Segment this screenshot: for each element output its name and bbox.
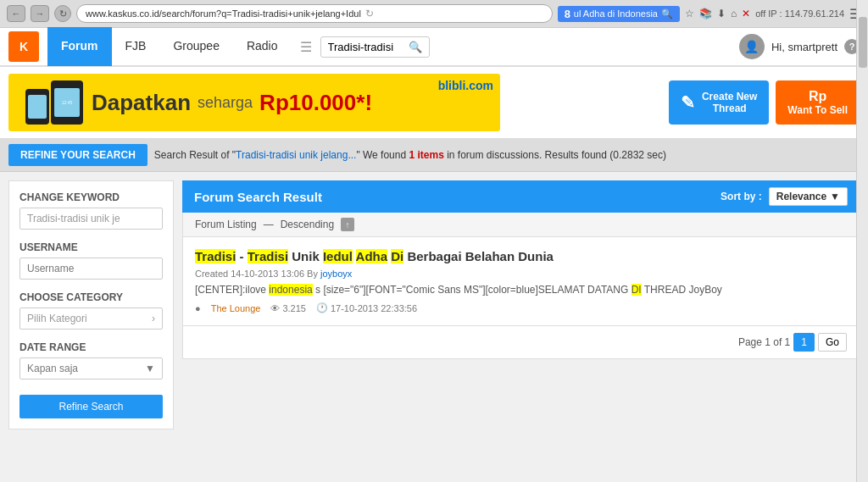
- result-title: Tradisi - Tradisi Unik Iedul Adha Di Ber…: [195, 249, 847, 263]
- views-count: 3.215: [282, 303, 306, 313]
- create-thread-label: Create New Thread: [702, 91, 757, 114]
- browser-search-icon[interactable]: 🔍: [661, 8, 673, 19]
- search-strip: REFINE YOUR SEARCH Search Result of "Tra…: [0, 139, 868, 172]
- nav-tab-fjb[interactable]: FJB: [112, 27, 160, 66]
- result-date: 17-10-2013 22:33:56: [331, 303, 417, 313]
- want-to-sell-button[interactable]: Rp Want To Sell: [776, 80, 860, 125]
- username-section: USERNAME: [19, 241, 163, 280]
- nav-list-icon[interactable]: ☰: [300, 39, 312, 55]
- results-title: Forum Search Result: [194, 190, 322, 204]
- blibli-logo: blibli.com: [438, 79, 493, 92]
- tag-category[interactable]: The Lounge: [211, 303, 261, 313]
- sort-chevron-icon: ▼: [830, 191, 840, 202]
- search-info-prefix: Search Result of ": [154, 149, 236, 161]
- banner-content: 12:45 Dapatkan seharga Rp10.000*! blibli…: [8, 74, 500, 131]
- scrollbar[interactable]: [856, 0, 868, 438]
- close-icon[interactable]: ✕: [742, 8, 750, 19]
- search-term: Tradisi-tradisi unik jelang...: [236, 149, 356, 161]
- refine-button[interactable]: REFINE YOUR SEARCH: [8, 144, 147, 166]
- nav-tab-radio[interactable]: Radio: [233, 27, 292, 66]
- page-1-button[interactable]: 1: [793, 333, 815, 352]
- sort-label: Sort by :: [721, 191, 762, 202]
- scrollbar-thumb[interactable]: [859, 17, 867, 68]
- category-select[interactable]: Pilih Kategori ›: [19, 307, 163, 330]
- title-di: Di: [391, 249, 403, 263]
- phone-screen-small: [28, 95, 47, 118]
- result-meta: Created 14-10-2013 13:06 By joyboyx: [195, 269, 847, 279]
- search-info-suffix: in forum discussions. Results found (0.2…: [447, 149, 666, 161]
- found-count: 1 items: [409, 149, 443, 161]
- title-adha: Adha: [356, 249, 388, 263]
- refine-search-button[interactable]: Refine Search: [19, 395, 163, 418]
- title-tradisi2: Tradisi: [248, 249, 288, 263]
- back-button[interactable]: ←: [7, 5, 25, 22]
- content-area: CHANGE KEYWORD USERNAME CHOOSE CATEGORY …: [0, 172, 868, 438]
- keyword-label: CHANGE KEYWORD: [19, 191, 163, 203]
- nav-search-input[interactable]: [328, 41, 404, 53]
- browser-chrome: ← → ↻ www.kaskus.co.id/search/forum?q=Tr…: [0, 0, 868, 28]
- nav-tab-groupee[interactable]: Groupee: [159, 27, 232, 66]
- results-header: Forum Search Result Sort by : Relevance …: [182, 180, 860, 213]
- star-icon[interactable]: ☆: [685, 8, 694, 19]
- phone-big: 12:45: [51, 80, 83, 125]
- nav-search-icon[interactable]: 🔍: [409, 41, 422, 53]
- date-select[interactable]: Kapan saja ▼: [19, 357, 163, 380]
- sort-value: Relevance: [776, 191, 826, 202]
- title-iedul: Iedul: [323, 249, 353, 263]
- results-area: Forum Search Result Sort by : Relevance …: [182, 180, 860, 429]
- sidebar: CHANGE KEYWORD USERNAME CHOOSE CATEGORY …: [8, 180, 174, 429]
- nav-right: 👤 Hi, smartprett ?: [739, 34, 860, 59]
- date-label: DATE RANGE: [19, 341, 163, 353]
- home-icon[interactable]: ⌂: [731, 8, 737, 19]
- book-icon[interactable]: 📚: [699, 8, 712, 19]
- result-tags: ● The Lounge 👁 3.215 🕐 17-10-2013 22:33:…: [195, 302, 847, 313]
- tag-bullet: ●: [195, 303, 201, 313]
- chevron-right-icon: ›: [152, 313, 155, 324]
- title-part-1[interactable]: Tradisi - Tradisi Unik Iedul Adha Di Ber…: [195, 249, 554, 263]
- status-info: off IP : 114.79.61.214: [755, 8, 844, 19]
- sort-area: Sort by : Relevance ▼: [721, 187, 848, 206]
- keyword-input[interactable]: [19, 208, 163, 230]
- snippet-highlight-indonesia: indonesia: [269, 284, 312, 296]
- listing-label: Forum Listing: [195, 219, 257, 230]
- browser-icons: ☆ 📚 ⬇ ⌂ ✕ off IP : 114.79.61.214 ☰: [685, 6, 861, 22]
- title-tradisi1: Tradisi: [195, 249, 236, 263]
- nav-bar: K Forum FJB Groupee Radio ☰ 🔍 👤 Hi, smar…: [0, 28, 868, 67]
- category-value: Pilih Kategori: [27, 313, 87, 324]
- banner-seharga: seharga: [198, 94, 253, 112]
- listing-dash: —: [264, 219, 274, 230]
- sort-order-icon[interactable]: ↑: [341, 218, 354, 231]
- forward-button[interactable]: →: [31, 5, 49, 22]
- chevron-down-icon: ▼: [145, 363, 155, 374]
- reload-icon[interactable]: ↻: [365, 8, 374, 19]
- user-greeting: Hi, smartprett: [771, 41, 837, 53]
- address-text: www.kaskus.co.id/search/forum?q=Tradisi-…: [86, 8, 361, 19]
- want-to-sell-label: Want To Sell: [787, 104, 848, 116]
- kaskus-logo[interactable]: K: [8, 31, 39, 62]
- phone-screen-big: 12:45: [54, 88, 80, 117]
- banner-price: Rp10.000*!: [259, 90, 372, 116]
- search-info: Search Result of "Tradisi-tradisi unik j…: [154, 149, 666, 161]
- keyword-section: CHANGE KEYWORD: [19, 191, 163, 230]
- category-section: CHOOSE CATEGORY Pilih Kategori ›: [19, 291, 163, 330]
- eye-icon: 👁: [270, 303, 280, 313]
- nav-search[interactable]: 🔍: [320, 36, 430, 58]
- reload-button[interactable]: ↻: [54, 5, 71, 22]
- tag-date: 🕐 17-10-2013 22:33:56: [316, 302, 417, 313]
- listing-order: Descending: [281, 219, 334, 230]
- download-icon[interactable]: ⬇: [717, 8, 726, 19]
- banner-area: 12:45 Dapatkan seharga Rp10.000*! blibli…: [0, 67, 868, 139]
- google-account[interactable]: 8 ul Adha di Indonesia 🔍: [558, 6, 680, 22]
- go-button[interactable]: Go: [818, 333, 847, 352]
- address-bar[interactable]: www.kaskus.co.id/search/forum?q=Tradisi-…: [76, 4, 553, 23]
- result-by: By: [307, 269, 320, 279]
- nav-tab-forum[interactable]: Forum: [47, 27, 112, 66]
- sort-select[interactable]: Relevance ▼: [769, 187, 848, 206]
- currency-icon: Rp: [787, 89, 848, 104]
- search-info-middle: " We found: [356, 149, 406, 161]
- phone-small: [25, 89, 49, 125]
- create-thread-button[interactable]: ✎ Create New Thread: [669, 80, 769, 125]
- username-input[interactable]: [19, 258, 163, 280]
- result-author[interactable]: joyboyx: [320, 269, 352, 279]
- result-item: Tradisi - Tradisi Unik Iedul Adha Di Ber…: [182, 237, 860, 326]
